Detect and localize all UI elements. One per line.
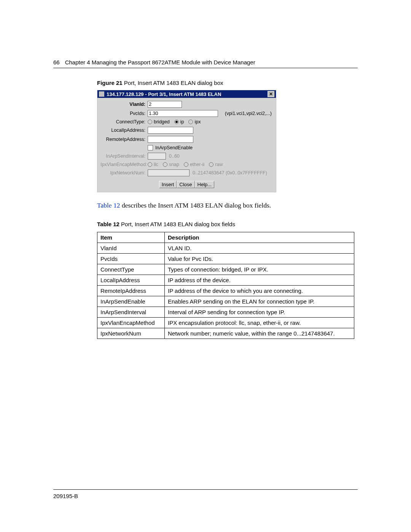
radio-label: snap xyxy=(169,162,179,167)
footer-rule xyxy=(53,489,358,490)
cell-desc: Types of connection: bridged, IP or IPX. xyxy=(165,264,354,275)
cell-item: ConnectType xyxy=(97,264,165,275)
ipxnetworknum-label: IpxNetworkNum: xyxy=(100,170,148,176)
table-row: LocalIpAddressIP address of the device. xyxy=(97,275,354,286)
cell-item: IpxNetworkNum xyxy=(97,328,165,339)
th-description: Description xyxy=(165,232,354,243)
cell-item: InArpSendEnable xyxy=(97,296,165,307)
inarpsendenable-label: InArpSendEnable xyxy=(155,145,193,150)
inarpsendinterval-input xyxy=(148,153,166,160)
cell-desc: Network number; numeric value, within th… xyxy=(165,328,354,339)
cell-desc: VLAN ID. xyxy=(165,243,354,254)
radio-label: bridged xyxy=(154,119,170,125)
inarpsendinterval-hint: 0..60 xyxy=(169,153,180,159)
vlanid-input[interactable] xyxy=(148,101,182,108)
close-button[interactable]: Close xyxy=(177,181,194,188)
page-footer: 209195-B xyxy=(53,489,358,499)
body-paragraph: Table 12 describes the Insert ATM 1483 E… xyxy=(97,201,358,209)
table-label: Table 12 xyxy=(97,221,119,227)
table-title: Port, Insert ATM 1483 ELAN dialog box fi… xyxy=(119,221,235,227)
ipxenc-etherii: ether-ii xyxy=(184,162,204,167)
dialog-body: VlanId: PvcIds: (vpi1.vci1,vpi2.vci2,...… xyxy=(97,98,276,192)
table-row: PvcIdsValue for Pvc IDs. xyxy=(97,254,354,264)
page-number: 66 xyxy=(53,59,60,66)
doc-id: 209195-B xyxy=(53,493,358,499)
dialog-title: 134.177.128.129 - Port 3/1, Insert ATM 1… xyxy=(107,91,268,97)
ipxenc-raw: raw xyxy=(209,162,223,167)
cell-desc: Enables ARP sending on the ELAN for conn… xyxy=(165,296,354,307)
dialog-insert-atm-1483-elan: 134.177.128.129 - Port 3/1, Insert ATM 1… xyxy=(97,90,276,192)
remoteip-input[interactable] xyxy=(148,136,193,143)
cell-desc: IPX encapsulation protocol: llc, snap, e… xyxy=(165,318,354,328)
localip-input[interactable] xyxy=(148,127,193,134)
connecttype-ipx[interactable]: ipx xyxy=(188,119,201,125)
insert-button[interactable]: Insert xyxy=(159,181,177,188)
cell-item: PvcIds xyxy=(97,254,165,264)
table-row: ConnectTypeTypes of connection: bridged,… xyxy=(97,264,354,275)
pvcids-input[interactable] xyxy=(148,110,218,117)
connecttype-ip[interactable]: ip xyxy=(174,119,184,125)
vlanid-label: VlanId: xyxy=(100,102,148,107)
cell-desc: IP address of the device. xyxy=(165,275,354,286)
table-row: InArpSendEnableEnables ARP sending on th… xyxy=(97,296,354,307)
inarpsendinterval-label: InArpSendInterval: xyxy=(100,153,148,159)
inarpsendenable-checkbox[interactable] xyxy=(148,145,153,150)
close-icon[interactable]: ✕ xyxy=(268,91,274,97)
cell-desc: Interval of ARP sending for connection t… xyxy=(165,307,354,318)
table-crossref-link[interactable]: Table 12 xyxy=(97,201,120,209)
ipxnetworknum-input xyxy=(148,169,190,176)
cell-item: LocalIpAddress xyxy=(97,275,165,286)
ipxenc-snap: snap xyxy=(163,162,179,167)
figure-caption: Figure 21 Port, Insert ATM 1483 ELAN dia… xyxy=(97,80,358,86)
chapter-title: Chapter 4 Managing the Passport 8672ATME… xyxy=(65,59,255,66)
table-row: RemoteIpAddressIP address of the device … xyxy=(97,286,354,296)
connecttype-radios: bridged ip ipx xyxy=(148,119,201,125)
header-rule xyxy=(53,68,358,68)
radio-label: raw xyxy=(215,162,223,167)
page-header: 66 Chapter 4 Managing the Passport 8672A… xyxy=(53,59,358,66)
dialog-titlebar: 134.177.128.129 - Port 3/1, Insert ATM 1… xyxy=(97,90,276,98)
cell-item: InArpSendInterval xyxy=(97,307,165,318)
pvcids-label: PvcIds: xyxy=(100,111,148,116)
cell-item: IpxVlanEncapMethod xyxy=(97,318,165,328)
radio-label: ip xyxy=(180,119,184,125)
localip-label: LocalIpAddress: xyxy=(100,128,148,133)
ipxenc-llc: llc xyxy=(148,162,158,167)
dialog-buttons: Insert Close Help... xyxy=(100,181,273,188)
figure-label: Figure 21 xyxy=(97,80,123,86)
remoteip-label: RemoteIpAddress: xyxy=(100,137,148,142)
table-row: IpxNetworkNumNetwork number; numeric val… xyxy=(97,328,354,339)
cell-desc: Value for Pvc IDs. xyxy=(165,254,354,264)
cell-item: VlanId xyxy=(97,243,165,254)
table-row: VlanIdVLAN ID. xyxy=(97,243,354,254)
fields-table: Item Description VlanIdVLAN ID. PvcIdsVa… xyxy=(97,232,354,339)
table-caption: Table 12 Port, Insert ATM 1483 ELAN dial… xyxy=(97,221,358,227)
window-icon xyxy=(99,91,104,97)
ipxnetworknum-hint: 0..2147483647 (0x0..0x7FFFFFFF) xyxy=(193,170,267,176)
radio-label: ipx xyxy=(194,119,201,125)
connecttype-bridged[interactable]: bridged xyxy=(148,119,170,125)
ipxvlanencap-radios: llc snap ether-ii raw xyxy=(148,162,223,167)
cell-desc: IP address of the device to which you ar… xyxy=(165,286,354,296)
radio-label: ether-ii xyxy=(190,162,204,167)
figure-title: Port, Insert ATM 1483 ELAN dialog box xyxy=(123,80,223,86)
connecttype-label: ConnectType: xyxy=(100,119,148,125)
pvcids-hint: (vpi1.vci1,vpi2.vci2,...) xyxy=(225,111,272,116)
table-row: IpxVlanEncapMethodIPX encapsulation prot… xyxy=(97,318,354,328)
table-header-row: Item Description xyxy=(97,232,354,243)
radio-label: llc xyxy=(154,162,158,167)
cell-item: RemoteIpAddress xyxy=(97,286,165,296)
ipxvlanencap-label: IpxVlanEncapMethod: xyxy=(100,162,148,167)
body-paragraph-text: describes the Insert ATM 1483 ELAN dialo… xyxy=(120,201,271,209)
table-row: InArpSendIntervalInterval of ARP sending… xyxy=(97,307,354,318)
help-button[interactable]: Help... xyxy=(195,181,215,188)
th-item: Item xyxy=(97,232,165,243)
